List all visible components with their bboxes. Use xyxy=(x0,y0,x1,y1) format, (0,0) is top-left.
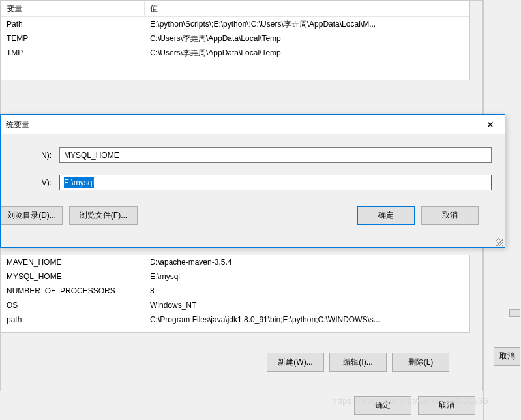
var-value: C:\Users\李垚周\AppData\Local\Temp xyxy=(145,48,469,59)
browse-file-button[interactable]: 浏览文件(F)... xyxy=(69,206,138,225)
value-field-row: V): E:\mysql xyxy=(1,175,492,190)
cancel-button[interactable]: 取消 xyxy=(421,206,479,225)
table-row[interactable]: MAVEN_HOME D:\apache-maven-3.5.4 xyxy=(1,255,469,269)
edit-variable-dialog: 统变量 ✕ N): V): E:\mysql 刘览目录(D)... 浏览文件(F… xyxy=(0,114,505,248)
partial-cancel-button[interactable]: 取消 xyxy=(494,347,520,366)
dialog-button-row: 刘览目录(D)... 浏览文件(F)... 确定 取消 xyxy=(1,202,492,225)
var-value: 8 xyxy=(145,286,469,295)
user-vars-table: 变量 值 Path E:\python\Scripts\;E:\python\;… xyxy=(1,1,470,80)
table-row[interactable]: path C:\Program Files\java\jdk1.8.0_91\b… xyxy=(1,312,469,327)
dialog-body: N): V): E:\mysql 刘览目录(D)... 浏览文件(F)... 确… xyxy=(1,134,505,232)
dialog-title: 统变量 xyxy=(6,119,29,130)
table-row[interactable]: NUMBER_OF_PROCESSORS 8 xyxy=(1,284,469,298)
close-icon[interactable]: ✕ xyxy=(481,117,499,132)
new-button[interactable]: 新建(W)... xyxy=(267,353,324,372)
value-label: V): xyxy=(1,178,59,187)
var-name: MAVEN_HOME xyxy=(1,258,145,267)
header-value[interactable]: 值 xyxy=(145,3,469,14)
browse-dir-button[interactable]: 刘览目录(D)... xyxy=(1,206,63,225)
table-row[interactable]: TMP C:\Users\李垚周\AppData\Local\Temp xyxy=(1,46,469,60)
table-row[interactable]: Path E:\python\Scripts\;E:\python\;C:\Us… xyxy=(1,17,469,31)
table-header: 变量 值 xyxy=(1,1,469,17)
name-label: N): xyxy=(1,151,59,160)
var-value: E:\mysql xyxy=(145,272,469,281)
var-value: E:\python\Scripts\;E:\python\;C:\Users\李… xyxy=(145,19,469,30)
partial-button[interactable] xyxy=(509,309,520,317)
var-name: MYSQL_HOME xyxy=(1,272,145,281)
ok-button[interactable]: 确定 xyxy=(357,206,415,225)
var-name: path xyxy=(1,315,145,324)
system-vars-table: MAVEN_HOME D:\apache-maven-3.5.4 MYSQL_H… xyxy=(1,255,470,333)
var-value: Windows_NT xyxy=(145,301,469,310)
var-name: Path xyxy=(1,20,145,29)
var-value: D:\apache-maven-3.5.4 xyxy=(145,258,469,267)
variable-value-input[interactable]: E:\mysql xyxy=(59,175,492,190)
name-field-row: N): xyxy=(1,147,492,163)
var-name: OS xyxy=(1,301,145,310)
watermark-text: https://blog.csdn.net/weixin_38201936 xyxy=(332,396,488,406)
dialog-titlebar: 统变量 ✕ xyxy=(1,115,505,134)
edit-button[interactable]: 编辑(I)... xyxy=(329,353,387,372)
variable-name-input[interactable] xyxy=(59,147,492,163)
table-row[interactable]: OS Windows_NT xyxy=(1,298,469,312)
var-name: NUMBER_OF_PROCESSORS xyxy=(1,286,145,295)
var-name: TEMP xyxy=(1,34,145,43)
system-vars-buttons: 新建(W)... 编辑(I)... 删除(L) xyxy=(267,353,449,372)
header-variable[interactable]: 变量 xyxy=(1,1,145,16)
table-row[interactable]: TEMP C:\Users\李垚周\AppData\Local\Temp xyxy=(1,31,469,46)
var-value: C:\Program Files\java\jdk1.8.0_91\bin;E:… xyxy=(145,315,469,324)
delete-button[interactable]: 删除(L) xyxy=(392,353,449,372)
table-row[interactable]: MYSQL_HOME E:\mysql xyxy=(1,269,469,284)
var-name: TMP xyxy=(1,48,145,57)
resize-grip-icon[interactable] xyxy=(496,238,503,246)
var-value: C:\Users\李垚周\AppData\Local\Temp xyxy=(145,33,469,44)
